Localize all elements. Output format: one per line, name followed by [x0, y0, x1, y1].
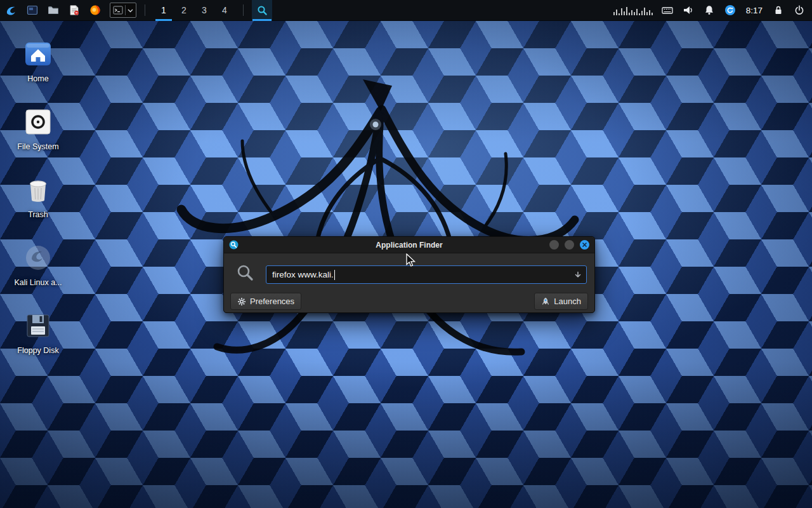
taskbar-application-finder[interactable]	[252, 0, 272, 21]
volume-icon[interactable]	[682, 0, 695, 21]
search-input-value: firefox www.kali.	[272, 270, 334, 279]
updates-icon[interactable]	[724, 0, 737, 21]
desktop-icon-label: Home	[27, 74, 48, 83]
app-finder-task-icon	[257, 5, 268, 16]
firefox-icon[interactable]	[89, 0, 102, 21]
window-controls	[549, 240, 589, 250]
search-input[interactable]: firefox www.kali.	[266, 265, 587, 284]
trash-icon	[23, 175, 53, 205]
application-finder-window: Application Finder firefox www.kali. Pre…	[223, 236, 595, 313]
dialog-button-row: Preferences Launch	[230, 293, 588, 310]
close-button[interactable]	[580, 240, 589, 250]
terminal-icon	[113, 5, 123, 15]
home-icon	[23, 39, 53, 69]
window-title: Application Finder	[262, 241, 556, 250]
lock-screen-icon[interactable]	[772, 0, 785, 21]
desktop-icon-label: Kali Linux a...	[14, 278, 62, 287]
panel-separator	[243, 4, 244, 16]
close-icon	[580, 240, 589, 250]
files-folder-icon[interactable]	[47, 0, 60, 21]
notifications-bell-icon[interactable]	[703, 0, 716, 21]
launch-button-label: Launch	[554, 297, 581, 306]
history-dropdown-icon[interactable]	[573, 271, 582, 279]
workspace-1[interactable]: 1	[154, 0, 174, 21]
dialog-body: firefox www.kali. Preferences Launch	[224, 253, 594, 312]
filesystem-icon	[23, 107, 53, 137]
workspace-4[interactable]: 4	[214, 0, 235, 21]
minimize-button[interactable]	[549, 240, 559, 250]
desktop-icon-list: Home File System Trash Kali Linux a... F…	[8, 35, 69, 375]
top-panel: 1 2 3 4 8:17	[0, 0, 812, 21]
launch-icon	[541, 297, 550, 306]
desktop-icon-label: File System	[17, 142, 58, 151]
gear-icon	[237, 297, 246, 306]
kali-menu-icon[interactable]	[5, 0, 18, 21]
desktop-icon-floppy[interactable]: Floppy Disk	[8, 307, 69, 375]
launch-button[interactable]: Launch	[534, 293, 588, 310]
panel-separator	[145, 4, 145, 16]
window-titlebar[interactable]: Application Finder	[224, 237, 594, 253]
preferences-button-label: Preferences	[250, 297, 294, 306]
terminal-launcher[interactable]	[110, 3, 136, 18]
keyboard-icon[interactable]	[661, 0, 674, 21]
text-caret	[334, 270, 336, 280]
search-icon	[237, 264, 254, 281]
floppy-disk-icon	[23, 311, 53, 341]
logout-power-icon[interactable]	[793, 0, 806, 21]
panel-left-group: 1 2 3 4	[0, 0, 272, 20]
panel-clock[interactable]: 8:17	[745, 6, 764, 15]
terminal-launcher-divider	[125, 5, 126, 15]
desktop-icon-label: Floppy Disk	[17, 346, 58, 355]
kali-linux-icon	[23, 243, 53, 273]
system-monitor-graph	[613, 5, 653, 15]
desktop-icon-label: Trash	[28, 210, 48, 219]
app-finder-window-icon	[229, 240, 239, 250]
preferences-button[interactable]: Preferences	[230, 293, 301, 310]
text-editor-icon[interactable]	[68, 0, 81, 21]
desktop-icon-trash[interactable]: Trash	[8, 171, 69, 239]
maximize-button[interactable]	[565, 240, 574, 250]
workspace-2[interactable]: 2	[174, 0, 194, 21]
desktop-icon-home[interactable]: Home	[8, 35, 69, 103]
workspace-3[interactable]: 3	[194, 0, 214, 21]
chevron-down-icon	[128, 8, 133, 13]
file-manager-icon[interactable]	[26, 0, 39, 21]
workspace-switcher: 1 2 3 4	[154, 0, 235, 21]
panel-right-group: 8:17	[613, 0, 812, 20]
desktop-icon-kali-linux[interactable]: Kali Linux a...	[8, 239, 69, 307]
desktop-icon-filesystem[interactable]: File System	[8, 103, 69, 171]
